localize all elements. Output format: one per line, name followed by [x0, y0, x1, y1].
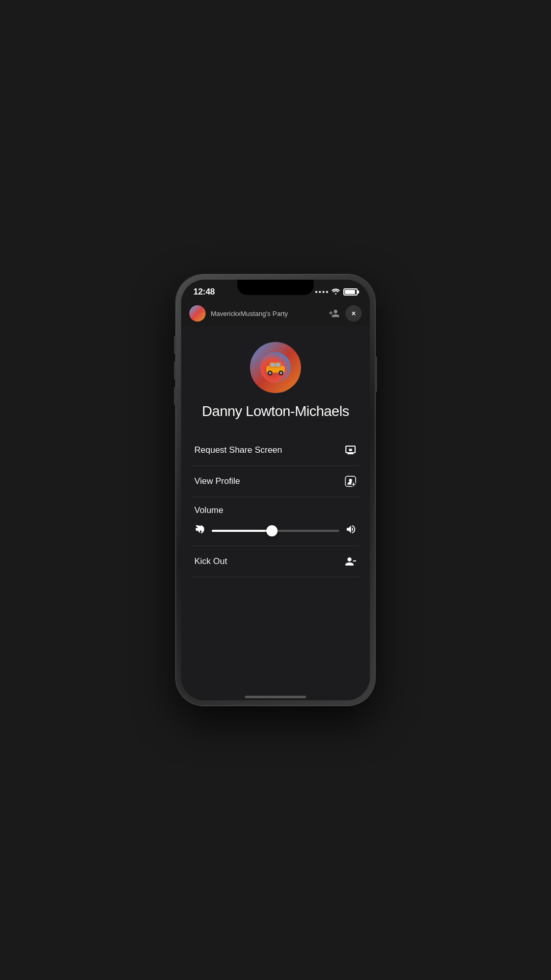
volume-max-icon — [345, 524, 357, 537]
profile-icon — [344, 475, 357, 487]
phone-screen: 12:48 — [181, 280, 370, 700]
battery-icon — [343, 288, 358, 296]
home-indicator — [181, 692, 370, 700]
svg-rect-9 — [349, 449, 352, 451]
status-icons — [315, 288, 358, 297]
volume-controls — [194, 524, 357, 537]
menu-list: Request Share Screen View Profile — [191, 435, 360, 577]
add-member-button[interactable] — [327, 306, 341, 321]
svg-point-6 — [280, 372, 282, 374]
svg-point-4 — [269, 372, 271, 374]
party-header: MaverickxMustang's Party × — [181, 300, 370, 327]
svg-point-11 — [349, 479, 352, 482]
party-avatar — [189, 305, 206, 322]
close-button[interactable]: × — [345, 305, 362, 322]
avatar — [250, 342, 301, 393]
request-share-screen-item[interactable]: Request Share Screen — [191, 435, 360, 466]
user-action-modal: Danny Lowton-Michaels Request Share Scre… — [181, 327, 370, 692]
status-time: 12:48 — [193, 287, 215, 297]
party-name: MaverickxMustang's Party — [211, 310, 288, 317]
party-actions: × — [327, 305, 362, 322]
svg-rect-7 — [270, 363, 274, 367]
share-screen-icon — [344, 444, 357, 456]
volume-mute-icon — [194, 524, 206, 537]
party-info: MaverickxMustang's Party — [189, 305, 288, 322]
kick-out-icon — [344, 555, 357, 568]
volume-label: Volume — [194, 505, 357, 516]
svg-rect-8 — [276, 363, 280, 367]
wifi-icon — [331, 288, 340, 297]
user-name: Danny Lowton-Michaels — [202, 403, 349, 420]
notch — [237, 280, 314, 295]
kick-out-item[interactable]: Kick Out — [191, 546, 360, 577]
view-profile-item[interactable]: View Profile — [191, 466, 360, 497]
view-profile-label: View Profile — [194, 476, 240, 486]
signal-icon — [315, 291, 328, 293]
request-share-screen-label: Request Share Screen — [194, 445, 282, 455]
volume-slider[interactable] — [212, 530, 339, 532]
volume-section: Volume — [191, 497, 360, 546]
phone-frame: 12:48 — [176, 275, 375, 705]
kick-out-label: Kick Out — [194, 556, 227, 567]
